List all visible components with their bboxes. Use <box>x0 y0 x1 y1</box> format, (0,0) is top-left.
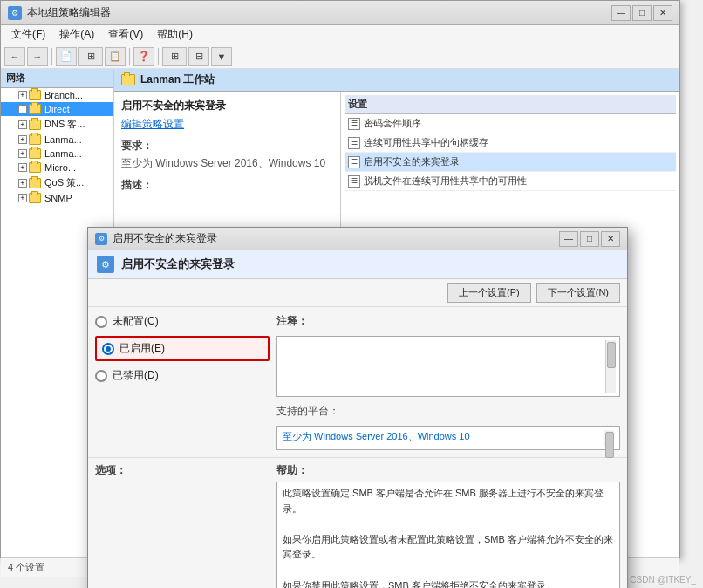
toolbar-btn-1[interactable]: 📄 <box>56 47 77 66</box>
forward-button[interactable]: → <box>27 47 48 66</box>
dialog-left: 未配置(C) 已启用(E) 已禁用(D) <box>95 314 270 450</box>
table-row[interactable]: ☰ 密码套件顺序 <box>345 114 676 133</box>
next-setting-button[interactable]: 下一个设置(N) <box>536 283 620 303</box>
expand-icon[interactable]: + <box>18 149 27 158</box>
options-label: 选项： <box>95 463 270 478</box>
folder-icon <box>29 178 41 188</box>
toolbar-btn-5[interactable]: ⊟ <box>188 47 209 66</box>
tree-item-lanman1[interactable]: + Lanma... <box>1 133 113 147</box>
close-button[interactable]: ✕ <box>653 5 672 21</box>
prev-setting-button[interactable]: 上一个设置(P) <box>447 283 531 303</box>
row-icon: ☰ <box>348 175 360 188</box>
options-col: 选项： <box>95 463 270 588</box>
table-row[interactable]: ☰ 脱机文件在连续可用性共享中的可用性 <box>345 172 676 191</box>
status-text: 4 个设置 <box>8 561 44 574</box>
toolbar-separator-1 <box>51 48 52 65</box>
radio-disabled[interactable]: 已禁用(D) <box>95 368 270 383</box>
tree-item-qos[interactable]: + QoS 策... <box>1 174 113 191</box>
dialog-controls: — □ ✕ <box>559 231 620 247</box>
row-icon: ☰ <box>348 118 360 130</box>
settings-column-header: 设置 <box>348 98 367 111</box>
expand-icon[interactable]: + <box>18 194 27 202</box>
toolbar-btn-4[interactable]: ⊞ <box>162 47 187 66</box>
table-row-active[interactable]: ☰ 启用不安全的来宾登录 <box>345 153 676 172</box>
menu-bar: 文件(F) 操作(A) 查看(V) 帮助(H) <box>1 25 679 44</box>
expand-icon[interactable]: + <box>18 105 27 113</box>
note-scrollbar[interactable] <box>605 340 616 393</box>
toolbar: ← → 📄 ⊞ 📋 ❓ ⊞ ⊟ ▼ <box>1 44 679 69</box>
radio-group: 未配置(C) 已启用(E) 已禁用(D) <box>95 314 270 383</box>
tree-item-snmp[interactable]: + SNMP <box>1 191 113 205</box>
tree-item-lanman2[interactable]: + Lanma... <box>1 147 113 161</box>
dialog-title-icon: ⚙ <box>95 233 107 245</box>
radio-unconfigured-input[interactable] <box>95 316 107 328</box>
tree-item-micro[interactable]: + Micro... <box>1 161 113 174</box>
expand-icon[interactable]: + <box>18 163 27 172</box>
dialog-body: 未配置(C) 已启用(E) 已禁用(D) 注释： <box>88 307 627 457</box>
dialog-nav-bar: 上一个设置(P) 下一个设置(N) <box>88 279 627 307</box>
filter-button[interactable]: ▼ <box>211 47 232 66</box>
right-header: Lanman 工作站 <box>114 69 679 92</box>
toolbar-separator-3 <box>158 48 159 65</box>
row-icon: ☰ <box>348 156 360 168</box>
right-header-folder-icon <box>121 74 135 85</box>
dialog-title-bar: ⚙ 启用不安全的来宾登录 — □ ✕ <box>88 228 627 250</box>
dialog-options-section: 选项： 帮助： 此策略设置确定 SMB 客户端是否允许在 SMB 服务器上进行不… <box>88 457 627 588</box>
dialog-window: ⚙ 启用不安全的来宾登录 — □ ✕ ⚙ 启用不安全的来宾登录 上一个设置(P)… <box>87 227 628 588</box>
tree-item-dns[interactable]: + DNS 客... <box>1 116 113 133</box>
radio-disabled-label: 已禁用(D) <box>113 368 159 383</box>
dialog-right: 注释： 支持的平台： 至少为 Windows Server 2016、Windo… <box>276 314 620 450</box>
expand-icon[interactable]: + <box>18 135 27 144</box>
maximize-button[interactable]: □ <box>632 5 652 21</box>
supported-scrollbar[interactable] <box>604 430 614 446</box>
note-label: 注释： <box>276 314 620 329</box>
back-button[interactable]: ← <box>4 47 25 66</box>
dialog-close-button[interactable]: ✕ <box>601 231 620 247</box>
folder-icon <box>29 134 41 145</box>
supported-box: 至少为 Windows Server 2016、Windows 10 <box>276 426 620 450</box>
radio-enabled-label: 已启用(E) <box>119 341 165 356</box>
supported-content: 至少为 Windows Server 2016、Windows 10 <box>283 430 604 446</box>
menu-view[interactable]: 查看(V) <box>101 25 150 44</box>
folder-icon <box>29 120 41 130</box>
dialog-maximize-button[interactable]: □ <box>580 231 599 247</box>
radio-enabled-input[interactable] <box>102 343 114 355</box>
menu-file[interactable]: 文件(F) <box>4 25 52 44</box>
menu-action[interactable]: 操作(A) <box>52 25 101 44</box>
dialog-minimize-button[interactable]: — <box>559 231 578 247</box>
tree-item-branch[interactable]: + Branch... <box>1 88 113 102</box>
radio-unconfigured[interactable]: 未配置(C) <box>95 314 270 329</box>
note-content[interactable] <box>281 340 605 393</box>
toolbar-help[interactable]: ❓ <box>133 47 154 66</box>
folder-icon <box>29 162 41 173</box>
radio-disabled-input[interactable] <box>95 370 107 382</box>
table-row[interactable]: ☰ 连续可用性共享中的句柄缓存 <box>345 133 676 153</box>
watermark: CSDN @ITKEY_ <box>630 575 696 585</box>
minimize-button[interactable]: — <box>611 5 631 21</box>
setting-name: 启用不安全的来宾登录 <box>121 99 333 113</box>
dialog-title-text: 启用不安全的来宾登录 <box>113 231 217 246</box>
row-icon: ☰ <box>348 137 360 149</box>
supported-label: 支持的平台： <box>276 404 620 419</box>
folder-icon <box>29 193 41 203</box>
dialog-header-text: 启用不安全的来宾登录 <box>121 256 235 272</box>
help-col: 帮助： 此策略设置确定 SMB 客户端是否允许在 SMB 服务器上进行不安全的来… <box>276 463 620 588</box>
expand-icon[interactable]: + <box>18 120 27 129</box>
right-header-title: Lanman 工作站 <box>140 72 215 87</box>
dialog-header-strip: ⚙ 启用不安全的来宾登录 <box>88 250 627 279</box>
expand-icon[interactable]: + <box>18 179 27 188</box>
radio-enabled[interactable]: 已启用(E) <box>95 336 270 361</box>
folder-icon <box>29 90 41 100</box>
note-box <box>276 336 620 397</box>
edit-policy-link[interactable]: 编辑策略设置 <box>121 117 333 132</box>
expand-icon[interactable]: + <box>18 91 27 99</box>
toolbar-btn-3[interactable]: 📋 <box>105 47 126 66</box>
folder-icon <box>29 148 41 159</box>
folder-icon <box>29 104 41 114</box>
help-label: 帮助： <box>276 463 620 478</box>
tree-item-direct[interactable]: + Direct <box>1 102 113 116</box>
tree-header: 网络 <box>1 69 113 88</box>
toolbar-btn-2[interactable]: ⊞ <box>78 47 103 66</box>
menu-help[interactable]: 帮助(H) <box>150 25 200 44</box>
req-text: 至少为 Windows Server 2016、Windows 10 <box>121 155 333 171</box>
